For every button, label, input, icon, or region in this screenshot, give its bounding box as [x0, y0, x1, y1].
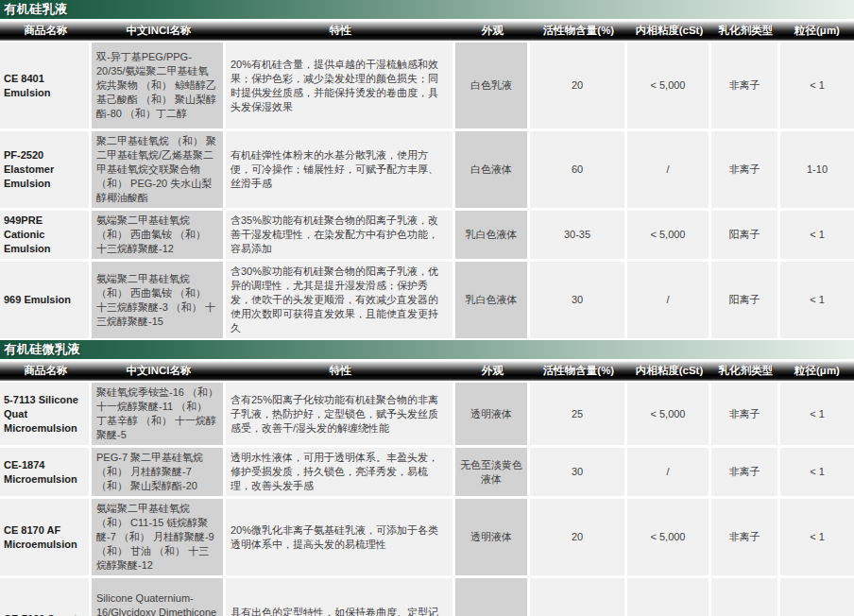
cell-active: 24 — [530, 578, 624, 616]
cell-inci: 氨端聚二甲基硅氧烷 （和） 西曲氯铵 （和） 十三烷醇聚醚-12 — [92, 211, 223, 259]
cell-appearance: 乳白色液体 — [455, 211, 527, 259]
column-header-viscosity: 内相粘度(cSt) — [627, 364, 711, 378]
cell-viscosity: / — [627, 262, 709, 338]
column-header-product: 商品名称 — [0, 24, 92, 38]
cell-product: 5-7113 Silicone Quat Microemulsion — [0, 383, 89, 445]
cell-inci: 聚硅氧烷季铵盐-16 （和） 十一烷醇聚醚-11 （和） 丁基辛醇 （和） 十一… — [92, 383, 223, 445]
cell-emulsifier: 阳离子 — [711, 262, 777, 338]
cell-viscosity: < 5,000 — [627, 383, 709, 445]
cell-inci: 双-异丁基PEG/PPG-20/35/氨端聚二甲基硅氧烷共聚物 （和） 鲸蜡醇乙… — [92, 43, 223, 128]
column-header-row: 商品名称 中文INCI名称 特性 外观 活性物含量(%) 内相粘度(cSt) 乳… — [0, 21, 854, 41]
column-header-emulsifier: 乳化剂类型 — [711, 24, 780, 38]
cell-viscosity: / — [627, 578, 709, 616]
cell-features: 含35%胺功能有机硅聚合物的阳离子乳液，改善干湿发梳理性，在染发配方中有护色功能… — [226, 211, 453, 259]
cell-particle: < 1 — [780, 43, 854, 128]
cell-particle: < 1 — [780, 448, 854, 496]
column-header-active: 活性物含量(%) — [530, 364, 627, 378]
column-header-features: 特性 — [226, 24, 455, 38]
cell-particle: < 1 — [780, 578, 854, 616]
cell-inci: 氨端聚二甲基硅氧烷 （和） C11-15 链烷醇聚醚-7 （和） 月桂醇聚醚-9… — [92, 499, 223, 575]
cell-appearance: 半透明液体 — [455, 578, 527, 616]
cell-viscosity: < 5,000 — [627, 43, 709, 128]
column-header-appearance: 外观 — [455, 364, 530, 378]
cell-appearance: 透明液体 — [455, 499, 527, 575]
column-header-appearance: 外观 — [455, 24, 530, 38]
cell-appearance: 乳白色液体 — [455, 262, 527, 338]
cell-viscosity: / — [627, 131, 709, 208]
cell-appearance: 白色乳液 — [455, 43, 527, 128]
section-silicone-microemulsion: 有机硅微乳液 商品名称 中文INCI名称 特性 外观 活性物含量(%) 内相粘度… — [0, 340, 854, 616]
cell-active: 30 — [530, 448, 624, 496]
cell-particle: 1-10 — [780, 131, 854, 208]
cell-emulsifier: 非离子 — [711, 499, 777, 575]
cell-product: 969 Emulsion — [0, 262, 89, 338]
column-header-features: 特性 — [226, 364, 455, 378]
cell-inci: PEG-7 聚二甲基硅氧烷 （和） 月桂醇聚醚-7 （和） 聚山梨醇酯-20 — [92, 448, 223, 496]
cell-emulsifier: 非离子 — [711, 131, 777, 208]
cell-appearance: 透明液体 — [455, 383, 527, 445]
cell-emulsifier: 非离子 — [711, 578, 777, 616]
cell-product: CE-7080 Smart Style — [0, 578, 89, 616]
cell-features: 20%微乳化非离子氨基硅乳液，可添加于各类透明体系中，提高头发的易梳理性 — [226, 499, 453, 575]
column-header-particle: 粒径(μm) — [780, 364, 854, 378]
cell-product: PF-2520 Elastomer Emulsion — [0, 131, 89, 208]
cell-product: CE-1874 Microemulsion — [0, 448, 89, 496]
cell-appearance: 无色至淡黄色液体 — [455, 448, 527, 496]
column-header-inci: 中文INCI名称 — [92, 24, 226, 38]
cell-particle: < 1 — [780, 262, 854, 338]
column-header-inci: 中文INCI名称 — [92, 364, 226, 378]
cell-features: 20%有机硅含量，提供卓越的干湿梳触感和效果；保护色彩，减少染发处理的颜色损失；… — [226, 43, 453, 128]
column-header-active: 活性物含量(%) — [530, 24, 627, 38]
cell-particle: < 1 — [780, 499, 854, 575]
cell-product: CE 8170 AF Microemulsion — [0, 499, 89, 575]
cell-emulsifier: 非离子 — [711, 448, 777, 496]
cell-viscosity: < 5,000 — [627, 211, 709, 259]
cell-emulsifier: 非离子 — [711, 383, 777, 445]
cell-appearance: 白色液体 — [455, 131, 527, 208]
cell-particle: < 1 — [780, 211, 854, 259]
section-silicone-emulsion: 有机硅乳液 商品名称 中文INCI名称 特性 外观 活性物含量(%) 内相粘度(… — [0, 0, 854, 338]
section-band: 有机硅乳液 — [0, 0, 854, 19]
table-section-1: CE 8401 Emulsion 双-异丁基PEG/PPG-20/35/氨端聚二… — [0, 43, 854, 338]
section-band: 有机硅微乳液 — [0, 340, 854, 359]
cell-active: 30 — [530, 262, 624, 338]
section-title: 有机硅乳液 — [4, 1, 68, 18]
section-title: 有机硅微乳液 — [4, 341, 80, 358]
cell-features: 透明水性液体，可用于透明体系。丰盈头发，修护受损发质，持久锁色，亮泽秀发，易梳理… — [226, 448, 453, 496]
column-header-viscosity: 内相粘度(cSt) — [627, 24, 711, 38]
column-header-emulsifier: 乳化剂类型 — [711, 364, 780, 378]
cell-inci: Silicone Quaternium-16/Glycidoxy Dimethi… — [92, 578, 223, 616]
cell-particle: < 1 — [780, 383, 854, 445]
cell-inci: 氨端聚二甲基硅氧烷 （和） 西曲氯铵 （和） 十三烷醇聚醚-3 （和） 十三烷醇… — [92, 262, 223, 338]
cell-features: 含30%胺功能有机硅聚合物的阳离子乳液，优异的调理性，尤其是提升湿发滑感；保护秀… — [226, 262, 453, 338]
cell-product: 949PRE Cationic Emulsion — [0, 211, 89, 259]
cell-features: 含有25%阳离子化铵功能有机硅聚合物的非离子乳液，热防护好，定型锁色，赋予头发丝… — [226, 383, 453, 445]
cell-active: 60 — [530, 131, 624, 208]
cell-features: 有机硅弹性体粉末的水基分散乳液，使用方便，可冷操作；铺展性好，可赋予配方丰厚、丝… — [226, 131, 453, 208]
table-section-2: 5-7113 Silicone Quat Microemulsion 聚硅氧烷季… — [0, 383, 854, 616]
column-header-product: 商品名称 — [0, 364, 92, 378]
cell-features: 具有出色的定型特性，如保持卷曲度、定型记忆及弹性；同时也具有调理特性，如干梳、湿… — [226, 578, 453, 616]
column-header-particle: 粒径(μm) — [780, 24, 854, 38]
cell-active: 30-35 — [530, 211, 624, 259]
cell-active: 25 — [530, 383, 624, 445]
cell-product: CE 8401 Emulsion — [0, 43, 89, 128]
cell-emulsifier: 非离子 — [711, 43, 777, 128]
cell-inci: 聚二甲基硅氧烷 （和） 聚二甲基硅氧烷/乙烯基聚二甲基硅氧烷交联聚合物 （和） … — [92, 131, 223, 208]
cell-active: 20 — [530, 43, 624, 128]
cell-active: 20 — [530, 499, 624, 575]
column-header-row: 商品名称 中文INCI名称 特性 外观 活性物含量(%) 内相粘度(cSt) 乳… — [0, 361, 854, 381]
cell-viscosity: < 5,000 — [627, 499, 709, 575]
cell-emulsifier: 阳离子 — [711, 211, 777, 259]
cell-viscosity: / — [627, 448, 709, 496]
